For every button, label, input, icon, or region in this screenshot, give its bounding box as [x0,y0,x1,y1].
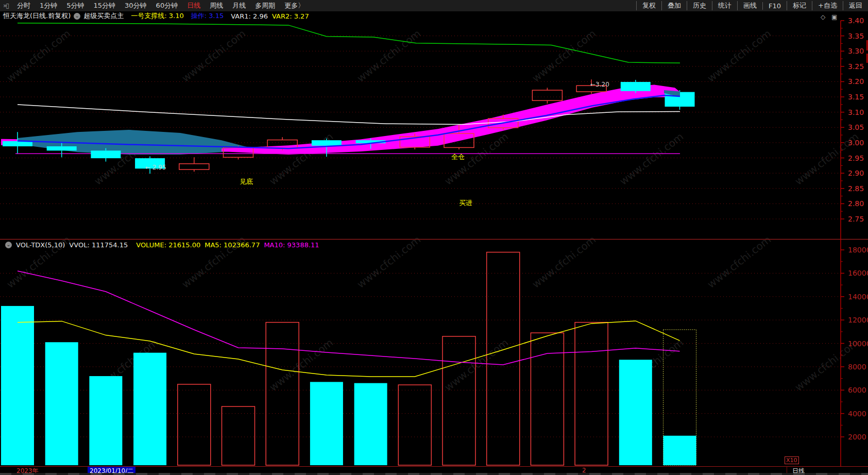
svg-text:见底: 见底 [240,178,253,185]
svg-text:2.85: 2.85 [848,184,864,193]
svg-text:16000: 16000 [848,269,868,277]
date-statusbar: 2023年 2023/01/10/二 2 日线 [0,466,868,473]
svg-text:14000: 14000 [848,293,868,301]
svg-text:←3.20: ←3.20 [590,81,609,88]
volume-dropdown-icon[interactable]: ⌄ [5,242,12,248]
svg-text:2.80: 2.80 [848,199,864,208]
svg-text:www.cfchi.com: www.cfchi.com [354,233,423,291]
svg-text:3.25: 3.25 [848,62,864,71]
svg-text:← 2.95: ← 2.95 [145,164,166,171]
ma5-value: MA5: 102366.77 [205,241,260,249]
svg-text:2000: 2000 [848,433,866,441]
svg-text:2.90: 2.90 [848,169,864,177]
svg-text:www.cfchi.com: www.cfchi.com [4,27,73,84]
svg-text:3.20: 3.20 [848,77,864,86]
svg-text:3.00: 3.00 [848,139,864,147]
svg-text:3.15: 3.15 [848,93,864,101]
volume-header: ⌄ VOL-TDX(5,10) VVOL: 111754.15 VOLUME: … [2,241,324,249]
chart-corner-icons[interactable]: ◇ ▣ [821,13,839,21]
volume-indicator-name[interactable]: VOL-TDX(5,10) [16,241,65,249]
svg-text:8000: 8000 [848,363,866,371]
chart-canvas[interactable]: www.cfchi.comwww.cfchi.comwww.cfchi.comw… [0,0,868,475]
ma10-value: MA10: 93388.11 [264,241,319,249]
svg-text:全仓: 全仓 [451,153,465,161]
svg-text:www.cfchi.com: www.cfchi.com [617,130,686,188]
svg-text:www.cfchi.com: www.cfchi.com [705,233,773,291]
svg-text:www.cfchi.com: www.cfchi.com [267,130,335,188]
svg-text:www.cfchi.com: www.cfchi.com [530,27,598,84]
volume-multiplier-badge: X10 [785,456,799,464]
svg-text:www.cfchi.com: www.cfchi.com [530,233,598,291]
svg-text:10000: 10000 [848,340,868,348]
svg-text:3.10: 3.10 [848,108,864,116]
svg-text:3.05: 3.05 [848,123,864,131]
svg-text:3.40: 3.40 [848,16,864,25]
vvol-value: VVOL: 111754.15 [69,241,128,249]
svg-text:18000: 18000 [848,246,868,254]
svg-text:3.30: 3.30 [848,47,864,55]
svg-text:6000: 6000 [848,386,866,394]
bottom-scroll-strip[interactable] [0,473,868,475]
svg-text:2.75: 2.75 [848,215,864,223]
svg-text:买进: 买进 [459,199,472,207]
svg-text:4000: 4000 [848,410,866,418]
svg-text:3.35: 3.35 [848,32,864,40]
stock-app-window: »▯ 分时 1分钟 5分钟 15分钟 30分钟 60分钟 日线 周线 月线 多周… [0,0,868,475]
svg-text:2.95: 2.95 [848,154,864,162]
svg-text:12000: 12000 [848,316,868,324]
volume-value: VOLUME: 21615.00 [136,241,200,249]
